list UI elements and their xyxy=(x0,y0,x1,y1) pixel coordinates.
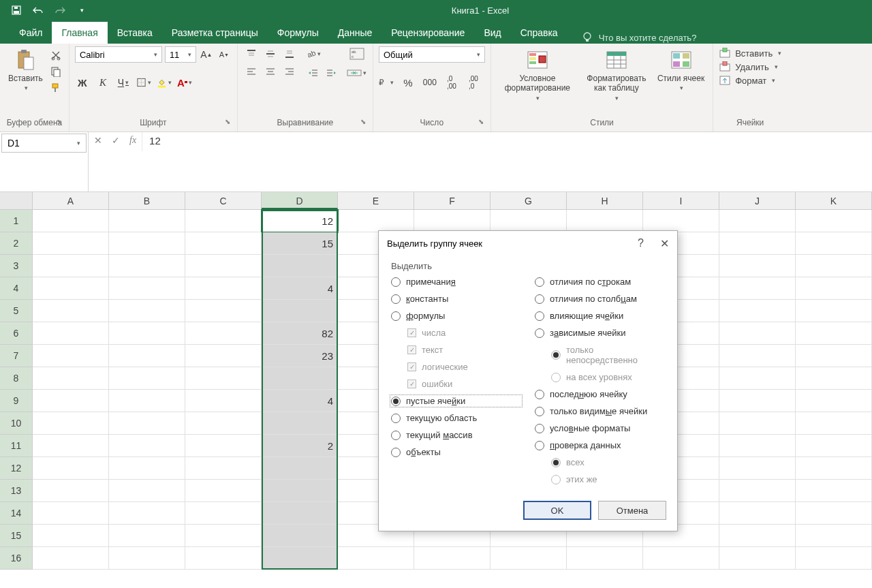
cell[interactable]: 4 xyxy=(262,390,338,412)
row-header[interactable]: 16 xyxy=(0,547,32,570)
font-name-combo[interactable]: Calibri▾ xyxy=(75,46,162,63)
cell[interactable]: 12 xyxy=(262,210,338,232)
cell[interactable] xyxy=(33,277,109,300)
radio-notes[interactable]: примечания xyxy=(391,277,521,287)
radio-constants[interactable]: константы xyxy=(391,294,521,304)
cell[interactable] xyxy=(796,232,872,255)
row-header[interactable]: 14 xyxy=(0,502,32,525)
cell[interactable] xyxy=(185,435,262,457)
cell[interactable] xyxy=(643,547,719,570)
cell[interactable] xyxy=(719,547,796,570)
cell[interactable] xyxy=(109,525,185,547)
cancel-button[interactable]: Отмена xyxy=(598,501,666,520)
cell[interactable] xyxy=(33,457,109,480)
row-header[interactable]: 2 xyxy=(0,232,32,255)
cell[interactable] xyxy=(109,390,185,412)
select-all-corner[interactable] xyxy=(0,192,33,209)
row-header[interactable]: 12 xyxy=(0,457,32,480)
radio-array[interactable]: текущий массив xyxy=(391,430,521,440)
tab-file[interactable]: Файл xyxy=(10,22,52,44)
column-header[interactable]: D xyxy=(262,192,338,209)
decrease-decimal-icon[interactable]: ,00,0 xyxy=(466,75,481,90)
cell[interactable] xyxy=(185,232,262,255)
percent-icon[interactable]: % xyxy=(401,75,416,90)
cell[interactable]: 2 xyxy=(262,435,338,457)
cell[interactable] xyxy=(796,255,872,277)
font-size-combo[interactable]: 11▾ xyxy=(165,46,196,63)
copy-icon[interactable] xyxy=(48,65,63,78)
cell[interactable] xyxy=(109,210,185,232)
cell[interactable] xyxy=(643,210,719,232)
tab-help[interactable]: Справка xyxy=(511,22,567,44)
cut-icon[interactable] xyxy=(48,49,63,61)
radio-rowdiff[interactable]: отличия по строкам xyxy=(535,277,665,287)
cell[interactable] xyxy=(796,457,872,480)
row-header[interactable]: 13 xyxy=(0,480,32,502)
cell[interactable] xyxy=(796,412,872,435)
row-header[interactable]: 15 xyxy=(0,525,32,547)
cell[interactable] xyxy=(719,300,796,322)
cell[interactable] xyxy=(33,232,109,255)
cell[interactable] xyxy=(109,367,185,390)
row-header[interactable]: 1 xyxy=(0,210,32,232)
cell[interactable] xyxy=(719,502,796,525)
cell[interactable] xyxy=(567,210,643,232)
row-header[interactable]: 4 xyxy=(0,277,32,300)
fill-color-icon[interactable]: ▾ xyxy=(157,75,172,90)
cell[interactable]: 82 xyxy=(262,322,338,345)
cell[interactable] xyxy=(33,502,109,525)
cell[interactable] xyxy=(109,232,185,255)
cell[interactable] xyxy=(185,390,262,412)
cell[interactable] xyxy=(719,367,796,390)
cell[interactable] xyxy=(33,255,109,277)
delete-cells-button[interactable]: Удалить▾ xyxy=(719,61,781,72)
number-format-combo[interactable]: Общий▾ xyxy=(379,46,485,63)
column-header[interactable]: B xyxy=(109,192,185,209)
cell[interactable] xyxy=(414,547,490,570)
radio-last[interactable]: последнюю ячейку xyxy=(535,389,665,399)
column-header[interactable]: G xyxy=(490,192,567,209)
radio-valid[interactable]: проверка данных xyxy=(535,440,665,450)
dialog-close-icon[interactable]: ✕ xyxy=(660,237,669,250)
qat-customize-icon[interactable]: ▾ xyxy=(75,3,89,17)
cell-styles-button[interactable]: Стили ячеек▾ xyxy=(655,46,707,93)
undo-icon[interactable] xyxy=(31,3,45,17)
cell[interactable] xyxy=(719,210,796,232)
cell[interactable] xyxy=(262,367,338,390)
name-box[interactable]: D1▾ xyxy=(1,134,87,153)
conditional-formatting-button[interactable]: Условное форматирование▾ xyxy=(497,46,578,103)
cell[interactable] xyxy=(719,390,796,412)
cell[interactable] xyxy=(185,322,262,345)
align-bottom-icon[interactable] xyxy=(281,46,298,61)
cell[interactable] xyxy=(185,502,262,525)
cell[interactable]: 4 xyxy=(262,277,338,300)
column-header[interactable]: F xyxy=(414,192,490,209)
cell[interactable] xyxy=(719,457,796,480)
cell[interactable] xyxy=(109,345,185,367)
font-launcher-icon[interactable]: ⬊ xyxy=(225,118,230,125)
cell[interactable] xyxy=(185,210,262,232)
radio-coldiff[interactable]: отличия по столбцам xyxy=(535,294,665,304)
tab-home[interactable]: Главная xyxy=(52,22,107,44)
fx-icon[interactable]: fx xyxy=(129,135,136,146)
cell[interactable] xyxy=(796,322,872,345)
row-header[interactable]: 8 xyxy=(0,367,32,390)
merge-icon[interactable]: ▾ xyxy=(347,65,367,80)
cell[interactable] xyxy=(33,480,109,502)
align-launcher-icon[interactable]: ⬊ xyxy=(360,118,366,125)
cell[interactable] xyxy=(338,210,414,232)
cell[interactable] xyxy=(109,480,185,502)
ok-button[interactable]: OK xyxy=(523,501,591,520)
cell[interactable] xyxy=(796,367,872,390)
column-header[interactable]: H xyxy=(567,192,643,209)
cell[interactable] xyxy=(109,255,185,277)
tab-insert[interactable]: Вставка xyxy=(108,22,162,44)
insert-cells-button[interactable]: Вставить▾ xyxy=(719,48,781,59)
comma-icon[interactable]: 000 xyxy=(422,75,437,90)
tell-me-search[interactable]: Что вы хотите сделать? xyxy=(581,31,697,44)
save-icon[interactable] xyxy=(10,3,23,17)
cell[interactable] xyxy=(185,277,262,300)
cell[interactable] xyxy=(796,547,872,570)
tab-view[interactable]: Вид xyxy=(474,22,510,44)
cell[interactable] xyxy=(33,367,109,390)
